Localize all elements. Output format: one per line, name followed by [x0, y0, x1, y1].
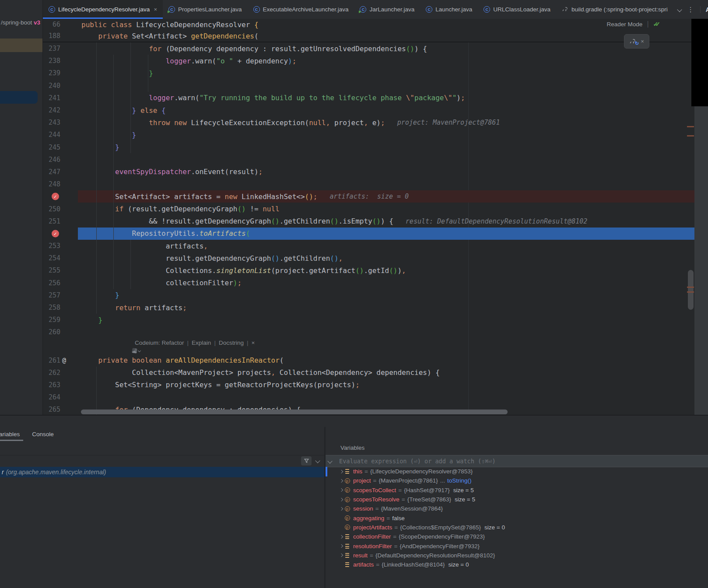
line-number[interactable]: 253: [43, 242, 60, 250]
editor-gutter[interactable]: 262: [43, 367, 78, 379]
code-line[interactable]: eventSpyDispatcher.onEvent(result);: [78, 166, 694, 178]
variable-row-aggregating[interactable]: paggregating=false: [326, 513, 708, 522]
chevron-down-icon[interactable]: [138, 349, 141, 352]
tab-list-chevron-icon[interactable]: [677, 7, 682, 12]
editor-gutter[interactable]: ✓: [43, 228, 78, 240]
tab-options-kebab-icon[interactable]: ⋮: [687, 6, 694, 14]
tab-build[interactable]: build.gradle (:spring-boot-project:spri: [556, 0, 673, 19]
line-number[interactable]: 247: [43, 168, 60, 176]
editor-gutter[interactable]: 248: [43, 178, 78, 190]
line-number[interactable]: 246: [43, 156, 60, 164]
variable-row-session[interactable]: psession={MavenSession@7864}: [326, 504, 708, 513]
code-line[interactable]: if (result.getDependencyGraph() != null: [78, 203, 694, 215]
codeium-icon[interactable]: [132, 348, 137, 353]
tab-JarLauncher[interactable]: CJarLauncher.java: [354, 0, 420, 19]
editor-gutter[interactable]: ✓: [43, 190, 78, 203]
expand-chevron-icon[interactable]: [340, 535, 343, 538]
line-number[interactable]: 259: [43, 316, 60, 324]
tab-console[interactable]: Console: [32, 428, 54, 442]
code-line[interactable]: Codeium: Refactor|Explain|Docstring|×: [78, 339, 694, 347]
code-line[interactable]: }: [78, 289, 694, 301]
code-line[interactable]: Collection<MavenProject> projects, Colle…: [78, 367, 694, 379]
line-number[interactable]: 250: [43, 205, 60, 213]
editor-gutter[interactable]: 238: [43, 55, 78, 67]
line-number[interactable]: 241: [43, 94, 60, 102]
code-line[interactable]: Set<String> projectKeys = getReactorProj…: [78, 379, 694, 391]
code-line[interactable]: [78, 347, 694, 354]
code-line[interactable]: private Set<Artifact> getDependencies(: [78, 30, 694, 42]
expand-chevron-icon[interactable]: [340, 544, 343, 548]
line-number[interactable]: 237: [43, 45, 60, 52]
code-line[interactable]: for (Dependency dependency : result.getU…: [78, 42, 694, 55]
line-number[interactable]: 66: [43, 21, 60, 28]
codeium-action-docstring[interactable]: Docstring: [219, 340, 244, 346]
editor-gutter[interactable]: 261@: [43, 354, 78, 367]
code-line[interactable]: } else {: [78, 104, 694, 116]
tab-PropertiesLauncher[interactable]: CPropertiesLauncher.java: [163, 0, 248, 19]
code-line[interactable]: }: [78, 141, 694, 154]
filter-frames-button[interactable]: [301, 456, 312, 466]
editor-gutter[interactable]: [43, 347, 78, 354]
variable-row-collectionFilter[interactable]: collectionFilter={ScopeDependencyFilter@…: [326, 532, 708, 541]
editor-gutter[interactable]: 264: [43, 391, 78, 403]
expand-chevron-icon[interactable]: [340, 488, 343, 492]
annotation-gutter-icon[interactable]: @: [62, 357, 66, 364]
code-line[interactable]: artifacts,: [78, 240, 694, 252]
stack-frame-row[interactable]: r (org.apache.maven.lifecycle.internal): [0, 467, 324, 477]
code-line[interactable]: public class LifecycleDependencyResolver…: [78, 19, 694, 30]
editor-gutter[interactable]: 188: [43, 30, 78, 42]
editor-gutter[interactable]: 255: [43, 264, 78, 276]
code-line[interactable]: [78, 178, 694, 190]
editor-gutter[interactable]: 254: [43, 252, 78, 264]
code-line[interactable]: }: [78, 314, 694, 326]
editor-gutter[interactable]: 250: [43, 203, 78, 215]
project-tree-selected-row[interactable]: [0, 91, 38, 104]
error-stripe-mark[interactable]: [687, 126, 694, 127]
tostring-link[interactable]: toString(): [447, 477, 472, 484]
add-watch-field[interactable]: Evaluate expression (⏎) or add a watch (…: [326, 455, 708, 467]
expand-chevron-icon[interactable]: [340, 553, 343, 557]
gradle-sync-icon[interactable]: ↻: [629, 38, 637, 45]
tab-ExecutableArchiveLauncher[interactable]: CExecutableArchiveLauncher.java: [248, 0, 354, 19]
editor-gutter[interactable]: 241: [43, 92, 78, 104]
line-number[interactable]: 255: [43, 266, 60, 274]
line-number[interactable]: 240: [43, 82, 60, 90]
editor-gutter[interactable]: 243: [43, 116, 78, 129]
expand-chevron-icon[interactable]: [340, 497, 343, 501]
code-line[interactable]: result.getDependencyGraph().getChildren(…: [78, 252, 694, 264]
close-icon[interactable]: ×: [641, 38, 644, 45]
line-number[interactable]: 248: [43, 180, 60, 188]
vertical-scrollbar-thumb[interactable]: [688, 270, 694, 310]
expand-chevron-icon[interactable]: [340, 469, 343, 473]
code-line[interactable]: Set<Artifact> artifacts = new LinkedHash…: [78, 190, 694, 203]
editor-gutter[interactable]: 256: [43, 277, 78, 289]
error-stripe-mark[interactable]: [687, 287, 694, 288]
code-line[interactable]: && !result.getDependencyGraph().getChild…: [78, 215, 694, 228]
line-number[interactable]: 261: [43, 357, 60, 364]
variable-row-artifacts[interactable]: artifacts={LinkedHashSet@8104}size = 0: [326, 560, 708, 569]
code-line[interactable]: [78, 154, 694, 166]
code-line[interactable]: }: [78, 129, 694, 141]
variable-row-scopesToCollect[interactable]: pscopesToCollect={HashSet@7917}size = 5: [326, 486, 708, 495]
editor-gutter[interactable]: 245: [43, 141, 78, 154]
variable-row-result[interactable]: result={DefaultDependencyResolutionResul…: [326, 551, 708, 560]
horizontal-scrollbar-thumb[interactable]: [81, 410, 508, 414]
code-line[interactable]: logger.warn("Try running the build up to…: [78, 92, 694, 104]
frames-options-chevron-icon[interactable]: [315, 458, 320, 463]
editor-gutter[interactable]: 237: [43, 42, 78, 55]
editor-gutter[interactable]: 260: [43, 326, 78, 338]
error-stripe-mark[interactable]: [687, 135, 694, 136]
line-number[interactable]: 243: [43, 119, 60, 126]
editor-gutter[interactable]: 247: [43, 166, 78, 178]
editor-gutter[interactable]: 257: [43, 289, 78, 301]
editor-gutter[interactable]: 265: [43, 403, 78, 415]
expand-chevron-icon[interactable]: [340, 507, 343, 511]
tab-variables[interactable]: Variables: [0, 428, 20, 442]
inspections-ok-icon[interactable]: ✓✓: [653, 21, 660, 28]
code-line[interactable]: logger.warn("o " + dependency);: [78, 55, 694, 67]
line-number[interactable]: 238: [43, 57, 60, 65]
line-number[interactable]: 244: [43, 131, 60, 139]
variable-row-this[interactable]: this={LifecycleDependencyResolver@7853}: [326, 467, 708, 476]
breakpoint-icon[interactable]: ✓: [52, 230, 59, 237]
line-number[interactable]: 188: [43, 32, 60, 40]
